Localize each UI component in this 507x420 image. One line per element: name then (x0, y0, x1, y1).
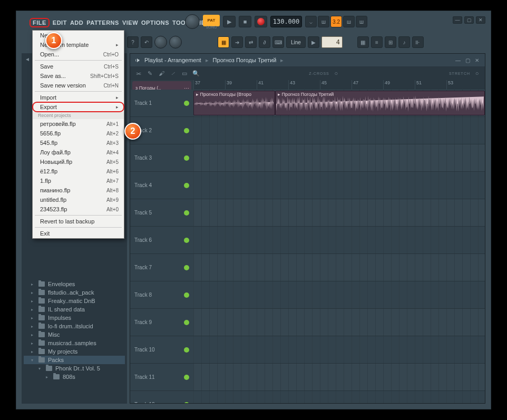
tool-metronome[interactable]: ⌵ (305, 16, 317, 27)
menu-save[interactable]: SaveCtrl+S (33, 62, 124, 71)
timeline-ruler[interactable]: 373941434547495153 (193, 80, 485, 90)
track-header[interactable]: Track 10 (130, 336, 193, 363)
song-mode-label[interactable]: SONG (206, 25, 217, 29)
playlist-track[interactable]: Track 6 (130, 227, 485, 254)
menu-recent-project[interactable]: ретровейв.flpAlt+1 (33, 119, 124, 129)
browser-folder[interactable]: ▸Envelopes (24, 280, 125, 288)
menu-save-new-version[interactable]: Save new versionCtrl+N (33, 81, 124, 90)
browser-folder[interactable]: ▸musicrad..samples (24, 339, 125, 347)
paint-tool-icon[interactable]: 🖌 (157, 69, 166, 78)
view-piano-button[interactable]: ≡ (371, 36, 383, 48)
menu-file[interactable]: FILE (30, 18, 50, 27)
track-mute-button[interactable] (184, 320, 189, 325)
track-lane[interactable] (193, 254, 485, 281)
track-mute-button[interactable] (184, 210, 189, 216)
tool-blend[interactable]: ш (343, 16, 355, 27)
record-button[interactable] (255, 16, 267, 27)
track-lane[interactable] (193, 144, 485, 171)
track-header[interactable]: Track 8 (130, 281, 193, 308)
track-mute-button[interactable] (184, 347, 189, 353)
track-mute-button[interactable] (184, 128, 189, 133)
pattern-mode-button[interactable]: PAT (203, 15, 220, 26)
playlist-track[interactable]: Track 8 (130, 281, 485, 309)
playlist-track[interactable]: Track 2 (130, 117, 485, 144)
pitch-knob[interactable] (154, 36, 167, 48)
menu-recent-project[interactable]: Новыций.flpAlt+5 (33, 157, 124, 167)
browser-collapse-icon[interactable]: ◂ (26, 55, 29, 64)
menu-view[interactable]: VIEW (122, 19, 138, 26)
undo-button[interactable]: ↶ (141, 36, 152, 48)
browser-folder[interactable]: ▸IL shared data (24, 305, 125, 314)
browser-folder[interactable]: ▸808s (24, 373, 125, 381)
snap-mode-select[interactable]: Line (286, 36, 306, 48)
speaker-icon[interactable]: 🕩 (134, 57, 140, 63)
track-lane[interactable] (193, 227, 485, 253)
play-button[interactable]: ▶ (223, 16, 236, 27)
tool-wait[interactable]: ш (318, 16, 329, 27)
stretch-label[interactable]: STRETCH (449, 72, 470, 75)
browser-folder[interactable]: ▸lo-fi drum..itslucid (24, 322, 125, 330)
track-lane[interactable] (193, 199, 485, 226)
playlist-track[interactable]: Track 12 (130, 391, 485, 403)
track-header[interactable]: Track 1 (130, 90, 193, 116)
tool-countdown[interactable]: 3.2 (330, 16, 342, 27)
close-button[interactable]: ✕ (476, 16, 485, 24)
menu-recent-project[interactable]: 545.flpAlt+3 (33, 138, 124, 148)
tempo-display[interactable]: 130.000 (270, 16, 302, 27)
menu-open[interactable]: Open...Ctrl+O (33, 50, 124, 59)
track-header[interactable]: Track 6 (130, 227, 193, 253)
tool-loop[interactable]: ш (356, 16, 367, 27)
chain-button[interactable]: ∂ (259, 36, 270, 48)
typing-kb-button[interactable]: ⌨ (272, 36, 284, 48)
menu-export[interactable]: Export▸ (33, 102, 124, 112)
pattern-number[interactable]: 4 (321, 36, 343, 48)
main-volume-knob[interactable] (185, 14, 200, 29)
playlist-track[interactable]: Track 10 (130, 336, 485, 364)
track-mute-button[interactable] (184, 183, 189, 188)
track-lane[interactable] (193, 364, 485, 390)
link-button[interactable]: ⇄ (245, 36, 257, 48)
view-channel-button[interactable]: ⊞ (385, 36, 396, 48)
track-header[interactable]: Track 4 (130, 172, 193, 199)
track-mute-button[interactable] (184, 402, 189, 404)
minimize-button[interactable]: — (453, 16, 462, 24)
arrangement-name[interactable]: Прогноз Погоды Третий (213, 57, 277, 63)
playlist-track[interactable]: Track 5 (130, 199, 485, 227)
browser-folder[interactable]: ▸flstudio..ack_pack (24, 288, 125, 297)
playlist-close-button[interactable]: ✕ (473, 56, 481, 64)
track-lane[interactable] (193, 309, 485, 336)
audio-clip[interactable]: ▸ Прогноз Погоды (Второ (193, 91, 275, 115)
maximize-button[interactable]: ▢ (464, 16, 474, 24)
playlist-track[interactable]: Track 4 (130, 172, 485, 199)
track-lane[interactable]: ▸ Прогноз Погоды (Второ▸ Прогноз Погоды … (193, 90, 485, 116)
browser-folder[interactable]: ▾Phonk Dr..t Vol. 5 (24, 364, 125, 373)
track-header[interactable]: Track 12 (130, 391, 193, 403)
menu-recent-project[interactable]: 5656.flpAlt+2 (33, 129, 124, 138)
view-browser-button[interactable]: ⊪ (412, 36, 424, 48)
browser-folder[interactable]: ▸My projects (24, 347, 125, 356)
track-header[interactable]: Track 11 (130, 364, 193, 390)
browser-folder[interactable]: ▸Impulses (24, 314, 125, 322)
zoom-tool-icon[interactable]: 🔍 (191, 69, 201, 78)
track-header[interactable]: Track 9 (130, 309, 193, 336)
menu-recent-project[interactable]: untitled.flpAlt+9 (33, 195, 124, 204)
step-seq-button[interactable]: ▦ (218, 36, 229, 48)
playlist-track[interactable]: Track 1▸ Прогноз Погоды (Второ▸ Прогноз … (130, 90, 485, 117)
playlist-track[interactable]: Track 3 (130, 144, 485, 172)
playlist-track[interactable]: Track 7 (130, 254, 485, 281)
menu-recent-project[interactable]: пианино.flpAlt+8 (33, 185, 124, 195)
playlist-track[interactable]: Track 11 (130, 364, 485, 391)
track-mute-button[interactable] (184, 155, 189, 161)
menu-exit[interactable]: Exit (33, 229, 124, 238)
track-header[interactable]: Track 5 (130, 199, 193, 226)
slice-tool-icon[interactable]: ⟋ (168, 69, 178, 78)
playlist-min-button[interactable]: — (454, 56, 462, 64)
track-mute-button[interactable] (184, 375, 189, 380)
track-mute-button[interactable] (184, 238, 189, 243)
menu-edit[interactable]: EDIT (53, 19, 67, 26)
snap-button[interactable]: ➔ (231, 36, 243, 48)
menu-options[interactable]: OPTIONS (141, 19, 169, 26)
menu-save-as[interactable]: Save as...Shift+Ctrl+S (33, 71, 124, 81)
menu-add[interactable]: ADD (70, 19, 83, 26)
menu-recent-project[interactable]: 234523.flpAlt+0 (33, 204, 124, 214)
